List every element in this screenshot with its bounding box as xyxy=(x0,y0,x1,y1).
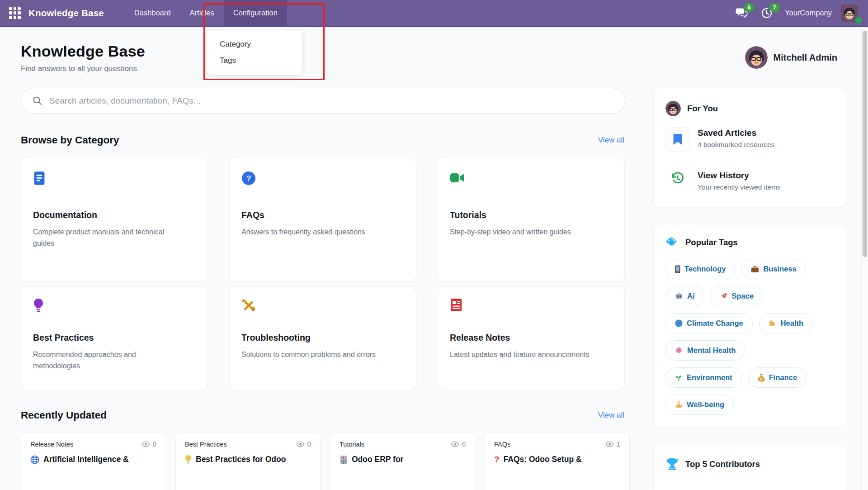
top-contributors-card: Top 5 Contributors xyxy=(653,445,846,490)
for-you-card: For You Saved Articles 4 bookmarked reso… xyxy=(653,88,846,207)
activities-badge: 7 xyxy=(769,3,779,12)
article-title: Odoo ERP for xyxy=(352,455,403,464)
view-count: 0 xyxy=(153,440,156,448)
view-count: 0 xyxy=(462,440,466,448)
newspaper-icon xyxy=(450,298,613,313)
globe-icon xyxy=(675,319,683,327)
top-navbar: Knowledge Base Dashboard Articles Config… xyxy=(0,0,868,27)
category-description: Recommended approaches and methodologies xyxy=(33,349,156,372)
search-input[interactable] xyxy=(49,96,614,106)
nav-item-articles[interactable]: Articles xyxy=(180,0,224,26)
popular-tags-card: Popular Tags Technology Business xyxy=(653,224,846,428)
video-camera-icon xyxy=(450,171,613,186)
lotus-icon xyxy=(675,401,683,409)
for-you-title: For You xyxy=(687,104,718,114)
tag-environment[interactable]: Environment xyxy=(665,367,742,388)
bookmark-icon xyxy=(665,127,690,152)
tag-health[interactable]: Health xyxy=(759,313,813,333)
tag-well-being[interactable]: Well-being xyxy=(665,395,734,415)
history-icon xyxy=(665,170,690,186)
recent-view-all-link[interactable]: View all xyxy=(598,411,624,420)
category-card-documentation[interactable]: Documentation Complete product manuals a… xyxy=(21,157,208,282)
tag-space[interactable]: Space xyxy=(711,286,764,306)
svg-text:$: $ xyxy=(760,377,763,381)
top-contributors-title: Top 5 Contributors xyxy=(685,459,760,469)
avatar xyxy=(665,101,681,116)
messages-badge: 6 xyxy=(744,3,754,12)
category-card-troubleshooting[interactable]: Troubleshooting Solutions to common prob… xyxy=(229,286,416,390)
browse-section-title: Browse by Category xyxy=(21,134,119,146)
saved-articles-item[interactable]: Saved Articles 4 bookmarked resources xyxy=(665,127,834,152)
phone-icon xyxy=(675,265,680,273)
document-icon xyxy=(33,171,196,186)
app-brand: Knowledge Base xyxy=(28,8,104,19)
view-count: 0 xyxy=(307,440,311,448)
article-title: Best Practices for Odoo xyxy=(196,455,286,464)
view-history-item[interactable]: View History Your recently viewed items xyxy=(665,170,834,191)
tag-ai[interactable]: Ai xyxy=(665,286,704,306)
brain-icon xyxy=(675,347,683,354)
view-history-title: View History xyxy=(698,171,781,181)
category-title: Troubleshooting xyxy=(241,333,404,343)
company-switcher[interactable]: YourCompany xyxy=(785,9,832,17)
category-title: Documentation xyxy=(33,210,196,220)
scrollbar-thumb[interactable] xyxy=(863,31,867,257)
recent-article-card[interactable]: Release Notes 0 Artificial Intelligence … xyxy=(21,432,166,490)
article-title: FAQs: Odoo Setup & xyxy=(504,455,582,464)
article-category-label: Best Practices xyxy=(185,441,227,448)
eye-icon xyxy=(142,441,150,447)
nav-item-configuration[interactable]: Configuration xyxy=(224,0,287,26)
tag-business[interactable]: Business xyxy=(741,259,806,279)
money-bag-icon: $ xyxy=(758,374,765,382)
messages-button[interactable]: 6 xyxy=(733,6,750,20)
svg-text:?: ? xyxy=(246,174,251,183)
saved-articles-title: Saved Articles xyxy=(698,128,775,138)
category-card-tutorials[interactable]: Tutorials Step-by-step video and written… xyxy=(438,157,625,282)
article-title: Artificial Intelligence & xyxy=(43,455,129,464)
eye-icon xyxy=(296,441,305,447)
view-count: 1 xyxy=(617,440,620,448)
question-circle-icon: ? xyxy=(241,171,404,186)
page-heading-block: Knowledge Base Find answers to all your … xyxy=(21,43,145,73)
category-description: Answers to frequently asked questions xyxy=(241,226,392,238)
user-name: Mitchell Admin xyxy=(774,52,837,63)
category-title: FAQs xyxy=(241,210,404,220)
menu-item-category[interactable]: Category xyxy=(207,36,302,52)
recent-article-card[interactable]: Best Practices 0 Best Practices for Odoo xyxy=(175,432,321,490)
tools-icon xyxy=(241,298,404,313)
category-title: Release Notes xyxy=(450,333,613,343)
popular-tags-title: Popular Tags xyxy=(685,238,738,247)
flex-arm-icon xyxy=(769,320,777,327)
apps-grid-icon[interactable] xyxy=(9,7,21,19)
article-category-label: Release Notes xyxy=(30,441,73,448)
menu-item-tags[interactable]: Tags xyxy=(207,52,302,69)
saved-articles-subtitle: 4 bookmarked resources xyxy=(698,141,775,149)
vertical-scrollbar xyxy=(861,27,868,490)
page-subtitle: Find answers to all your questions xyxy=(21,64,145,73)
category-title: Tutorials xyxy=(450,210,613,220)
main-menu: Dashboard Articles Configuration xyxy=(125,0,287,26)
recent-article-card[interactable]: FAQs 1 ?FAQs: Odoo Setup & xyxy=(485,432,630,490)
category-card-release-notes[interactable]: Release Notes Latest updates and feature… xyxy=(438,286,625,390)
category-card-faqs[interactable]: ? FAQs Answers to frequently asked quest… xyxy=(229,157,416,282)
configuration-dropdown: Category Tags xyxy=(207,30,303,75)
red-question-icon: ? xyxy=(494,455,500,464)
current-user-chip[interactable]: Mitchell Admin xyxy=(745,46,837,69)
page-title: Knowledge Base xyxy=(21,43,145,60)
activities-button[interactable]: 7 xyxy=(759,6,775,20)
tag-mental-health[interactable]: Mental Health xyxy=(665,340,745,361)
tag-finance[interactable]: $ Finance xyxy=(748,367,807,388)
tag-technology[interactable]: Technology xyxy=(665,259,735,279)
search-icon xyxy=(32,95,42,106)
category-description: Solutions to common problems and errors xyxy=(241,349,392,360)
tag-climate-change[interactable]: Climate Change xyxy=(665,313,753,333)
category-title: Best Practices xyxy=(33,333,196,343)
lightbulb-icon xyxy=(33,298,196,313)
recent-article-card[interactable]: Tutorials 0 Odoo ERP for xyxy=(330,432,475,490)
browse-view-all-link[interactable]: View all xyxy=(598,136,624,145)
nav-item-dashboard[interactable]: Dashboard xyxy=(125,0,180,26)
hospital-icon xyxy=(340,455,348,464)
category-card-best-practices[interactable]: Best Practices Recommended approaches an… xyxy=(21,286,208,390)
article-category-label: Tutorials xyxy=(340,441,364,448)
eye-icon xyxy=(451,441,459,447)
